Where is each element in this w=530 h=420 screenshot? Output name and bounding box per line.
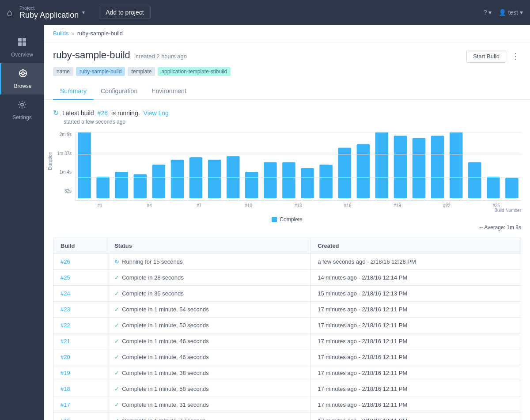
build-link[interactable]: #18	[61, 386, 70, 392]
created-cell: 14 minutes ago - 2/18/16 12:14 PM	[310, 270, 521, 286]
y-label-2: 1m 37s	[57, 151, 72, 156]
created-cell: 17 minutes ago - 2/18/16 12:11 PM	[310, 413, 521, 420]
status-text: Complete in 1 minute, 46 seconds	[122, 338, 209, 344]
sidebar: Overview Browse	[0, 25, 44, 420]
col-created: Created	[310, 238, 521, 254]
build-num-cell: #24	[53, 286, 107, 302]
table-row: #24✓Complete in 35 seconds15 minutes ago…	[53, 286, 521, 302]
table-row: #26↻Running for 15 secondsa few seconds …	[53, 254, 521, 270]
table-row: #25✓Complete in 28 seconds14 minutes ago…	[53, 270, 521, 286]
start-build-button[interactable]: Start Build	[466, 50, 506, 63]
table-row: #22✓Complete in 1 minute, 50 seconds17 m…	[53, 318, 521, 333]
build-header: ruby-sample-build created 2 hours ago St…	[44, 42, 530, 63]
tag-name-value: ruby-sample-build	[76, 67, 125, 76]
tab-configuration[interactable]: Configuration	[94, 83, 144, 100]
status-text: Complete in 28 seconds	[122, 274, 183, 281]
breadcrumb-builds-link[interactable]: Builds	[53, 30, 68, 37]
sidebar-browse-label: Browse	[14, 83, 31, 89]
svg-rect-26	[357, 144, 370, 198]
chart-wrapper: 2m 9s 1m 37s 1m 4s 32s Duration	[53, 132, 521, 213]
user-label: test	[508, 9, 518, 16]
svg-point-5	[22, 72, 24, 75]
build-num-cell: #16	[53, 413, 107, 420]
home-icon[interactable]: ⌂	[7, 8, 12, 18]
y-label-bottom: 32s	[64, 189, 72, 193]
build-num-cell: #21	[53, 333, 107, 349]
add-to-project-button[interactable]: Add to project	[99, 6, 150, 19]
svg-rect-18	[208, 160, 221, 198]
table-row: #20✓Complete in 1 minute, 46 seconds17 m…	[53, 349, 521, 365]
col-build: Build	[53, 238, 107, 254]
x-label-25: #25	[472, 203, 521, 208]
status-cell: ↻Running for 15 seconds	[107, 254, 310, 270]
build-num-cell: #25	[53, 270, 107, 286]
x-axis-title: Build Number	[75, 208, 521, 213]
breadcrumb-separator: »	[71, 30, 74, 37]
build-title-area: ruby-sample-build created 2 hours ago	[53, 49, 187, 61]
view-log-link[interactable]: View Log	[144, 110, 169, 117]
svg-rect-15	[152, 165, 165, 198]
y-axis: 2m 9s 1m 37s 1m 4s 32s Duration	[53, 132, 75, 202]
project-info: Project Ruby Application	[19, 5, 79, 20]
svg-rect-0	[18, 38, 22, 42]
status-cell: ✓Complete in 1 minute, 54 seconds	[107, 302, 310, 318]
svg-rect-33	[487, 177, 500, 198]
svg-rect-25	[338, 148, 351, 198]
table-row: #21✓Complete in 1 minute, 46 seconds17 m…	[53, 333, 521, 349]
build-link[interactable]: #21	[61, 338, 70, 344]
y-label-3: 1m 4s	[60, 170, 72, 174]
running-status: ↻ Latest build #26 is running. View Log	[53, 109, 521, 117]
x-label-19: #19	[372, 203, 422, 208]
chart-area	[75, 132, 521, 202]
build-num-cell: #20	[53, 349, 107, 365]
build-link[interactable]: #20	[61, 354, 70, 360]
browse-icon	[18, 68, 28, 80]
status-cell: ✓Complete in 35 seconds	[107, 286, 310, 302]
legend-label: Complete	[280, 216, 302, 223]
build-link[interactable]: #25	[61, 274, 70, 281]
help-button[interactable]: ? ▾	[484, 9, 492, 16]
status-cell: ✓Complete in 1 minute, 7 seconds	[107, 413, 310, 420]
main-content: Builds » ruby-sample-build ruby-sample-b…	[44, 25, 530, 420]
user-button[interactable]: 👤 test ▾	[499, 9, 523, 16]
top-nav: ⌂ Project Ruby Application ▾ Add to proj…	[0, 0, 530, 25]
x-label-1: #1	[75, 203, 125, 208]
builds-table: Build Status Created #26↻Running for 15 …	[53, 238, 521, 420]
svg-rect-17	[189, 157, 202, 198]
build-link[interactable]: #24	[61, 290, 70, 297]
sidebar-item-settings[interactable]: Settings	[0, 95, 44, 126]
tabs: Summary Configuration Environment	[44, 83, 530, 100]
build-actions: Start Build ⋮	[466, 49, 521, 63]
created-cell: 17 minutes ago - 2/18/16 12:11 PM	[310, 333, 521, 349]
sidebar-item-overview[interactable]: Overview	[0, 32, 44, 63]
svg-rect-11	[78, 132, 91, 198]
tab-environment[interactable]: Environment	[144, 83, 193, 100]
check-icon: ✓	[114, 322, 119, 329]
tab-summary[interactable]: Summary	[53, 83, 94, 100]
status-cell: ✓Complete in 1 minute, 50 seconds	[107, 318, 310, 333]
breadcrumb: Builds » ruby-sample-build	[44, 25, 530, 42]
svg-rect-12	[96, 177, 109, 198]
table-row: #19✓Complete in 1 minute, 38 seconds17 m…	[53, 365, 521, 381]
svg-rect-23	[301, 168, 314, 198]
status-text: Complete in 1 minute, 38 seconds	[122, 370, 209, 376]
sidebar-item-browse[interactable]: Browse	[0, 63, 44, 95]
build-link[interactable]: #16	[61, 417, 70, 420]
x-label-16: #16	[323, 203, 372, 208]
svg-point-10	[21, 103, 23, 106]
status-text: Complete in 1 minute, 54 seconds	[122, 306, 209, 313]
build-link[interactable]: #22	[61, 322, 70, 329]
y-label-top: 2m 9s	[60, 132, 72, 137]
status-cell: ✓Complete in 1 minute, 46 seconds	[107, 349, 310, 365]
build-link[interactable]: #23	[61, 306, 70, 313]
build-link[interactable]: #26	[61, 258, 70, 265]
user-icon: 👤	[499, 9, 506, 16]
latest-build-num[interactable]: #26	[98, 110, 108, 117]
bar-chart-svg	[75, 132, 521, 201]
overview-icon	[17, 37, 27, 49]
project-dropdown-icon[interactable]: ▾	[82, 9, 85, 15]
svg-rect-19	[227, 156, 239, 198]
more-options-button[interactable]: ⋮	[510, 49, 521, 63]
build-link[interactable]: #19	[61, 370, 70, 376]
build-link[interactable]: #17	[61, 401, 70, 408]
